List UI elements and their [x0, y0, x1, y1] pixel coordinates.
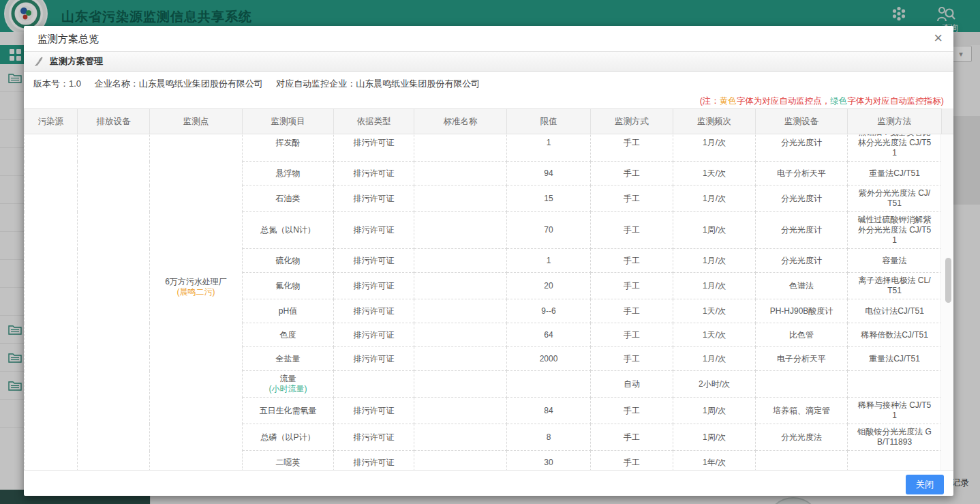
cell-standard	[414, 249, 507, 273]
cell-device: PH-HJ90B酸度计	[756, 299, 848, 323]
cell-item: pH值	[243, 299, 334, 323]
cell-standard	[414, 398, 507, 424]
close-icon[interactable]: ×	[934, 30, 943, 46]
cell-freq: 2小时/次	[673, 371, 756, 398]
monitor-point-alias: (晨鸣二污)	[153, 287, 239, 297]
quill-pen-icon	[33, 57, 44, 67]
cell-freq: 1天/次	[673, 162, 756, 186]
item-name: 流量	[245, 374, 331, 384]
cell-method: 稀释与接种法 CJ/T51	[848, 398, 941, 424]
cell-monitor-point: 6万方污水处理厂(晨鸣二污)	[150, 134, 243, 470]
cell-device	[756, 451, 848, 471]
note-middle: 字体为对应自动监控点，	[737, 96, 831, 106]
modal-footer: 关闭	[24, 470, 953, 498]
cell-basis: 排污许可证	[334, 212, 414, 249]
plan-table-body: 6万方污水处理厂(晨鸣二污)挥发酚排污许可证1手工1月/次分光光度计蒸馏后4-氨…	[25, 134, 941, 470]
section-header: 监测方案管理	[24, 52, 953, 72]
cell-method: 蒸馏后4-氨基安替比林分光光度法 CJ/T51	[848, 134, 941, 162]
cell-device: 分光光度计	[756, 134, 848, 162]
cell-freq: 1周/次	[673, 398, 756, 424]
table-scroll-viewport[interactable]: 6万方污水处理厂(晨鸣二污)挥发酚排污许可证1手工1月/次分光光度计蒸馏后4-氨…	[24, 134, 940, 470]
table-row: 6万方污水处理厂(晨鸣二污)挥发酚排污许可证1手工1月/次分光光度计蒸馏后4-氨…	[25, 134, 941, 162]
cell-limit: 1	[507, 134, 591, 162]
cell-device: 分光光度计	[756, 186, 848, 212]
cell-standard	[414, 299, 507, 323]
item-name: 硫化物	[245, 256, 331, 266]
item-name: 悬浮物	[245, 168, 331, 179]
item-name: pH值	[245, 306, 331, 316]
cell-limit: 2000	[507, 347, 591, 371]
cell-standard	[414, 162, 507, 186]
cell-freq: 1周/次	[673, 212, 756, 249]
note-prefix: (注：	[700, 96, 720, 106]
cell-item: 流量(小时流量)	[243, 371, 334, 398]
cell-mode: 手工	[591, 424, 673, 451]
cell-standard	[414, 134, 507, 162]
cell-standard	[414, 186, 507, 212]
cell-method: 电位计法CJ/T51	[848, 299, 941, 323]
cell-mode: 自动	[591, 371, 673, 398]
table-header-row: 污染源排放设备监测点监测项目依据类型标准名称限值监测方式监测频次监测设备监测方法	[24, 108, 953, 134]
cell-basis: 排污许可证	[334, 398, 414, 424]
cell-mode: 手工	[591, 162, 673, 186]
column-header: 监测点	[150, 109, 243, 134]
cell-freq: 1天/次	[673, 323, 756, 347]
header-gutter	[942, 108, 953, 134]
cell-standard	[414, 273, 507, 299]
cell-method: 碱性过硫酸钾消解紫外分光光度法 CJ/T51	[848, 212, 941, 249]
cell-limit: 84	[507, 398, 591, 424]
modal-title: 监测方案总览	[37, 33, 99, 46]
column-header: 监测方法	[848, 109, 942, 134]
monitoring-plan-modal: 监测方案总览 × 监测方案管理 版本号：1.0 企业名称：山东晨鸣纸业集团股份有…	[24, 26, 953, 496]
cell-basis	[334, 371, 414, 398]
column-header: 标准名称	[414, 109, 507, 134]
cell-standard	[414, 323, 507, 347]
cell-device: 分光光度计	[756, 212, 848, 249]
note-suffix: 字体为对应自动监控指标)	[847, 96, 944, 106]
auto-company-value: 山东晨鸣纸业集团股份有限公司	[356, 78, 480, 89]
cell-basis: 排污许可证	[334, 347, 414, 371]
cell-freq: 1天/次	[673, 299, 756, 323]
column-header: 排放设备	[78, 109, 150, 134]
cell-device: 色谱法	[756, 273, 848, 299]
column-header: 监测设备	[756, 109, 848, 134]
cell-device: 电子分析天平	[756, 347, 848, 371]
cell-basis: 排污许可证	[334, 323, 414, 347]
cell-pollution-source	[25, 134, 78, 470]
auto-company-label: 对应自动监控企业：	[276, 78, 356, 89]
vertical-scrollbar[interactable]	[940, 134, 953, 470]
cell-item: 硫化物	[243, 249, 334, 273]
plan-info-row: 版本号：1.0 企业名称：山东晨鸣纸业集团股份有限公司 对应自动监控企业：山东晨…	[24, 72, 953, 96]
cell-freq: 1年/次	[673, 451, 756, 471]
item-sub-label: (小时流量)	[245, 384, 331, 394]
item-name: 氟化物	[245, 281, 331, 291]
section-title: 监测方案管理	[50, 55, 103, 68]
scrollbar-thumb[interactable]	[945, 258, 951, 303]
cell-basis: 排污许可证	[334, 162, 414, 186]
cell-mode: 手工	[591, 249, 673, 273]
cell-item: 石油类	[243, 186, 334, 212]
close-button[interactable]: 关闭	[906, 475, 944, 494]
cell-limit: 20	[507, 273, 591, 299]
cell-limit: 30	[507, 451, 591, 471]
company-value: 山东晨鸣纸业集团股份有限公司	[139, 78, 263, 89]
cell-device: 培养箱、滴定管	[756, 398, 848, 424]
cell-limit: 70	[507, 212, 591, 249]
cell-freq: 1月/次	[673, 134, 756, 162]
cell-basis: 排污许可证	[334, 134, 414, 162]
table-body-area: 6万方污水处理厂(晨鸣二污)挥发酚排污许可证1手工1月/次分光光度计蒸馏后4-氨…	[24, 134, 953, 470]
cell-standard	[414, 212, 507, 249]
cell-method: 重量法CJ/T51	[848, 162, 941, 186]
cell-item: 全盐量	[243, 347, 334, 371]
cell-limit: 15	[507, 186, 591, 212]
cell-freq: 1月/次	[673, 249, 756, 273]
cell-basis: 排污许可证	[334, 424, 414, 451]
cell-standard	[414, 371, 507, 398]
item-name: 色度	[245, 330, 331, 340]
cell-item: 二噁英	[243, 451, 334, 471]
cell-mode: 手工	[591, 134, 673, 162]
cell-item: 挥发酚	[243, 134, 334, 162]
cell-limit: 94	[507, 162, 591, 186]
modal-titlebar: 监测方案总览 ×	[24, 26, 953, 52]
cell-method: 稀释倍数法CJ/T51	[848, 323, 941, 347]
